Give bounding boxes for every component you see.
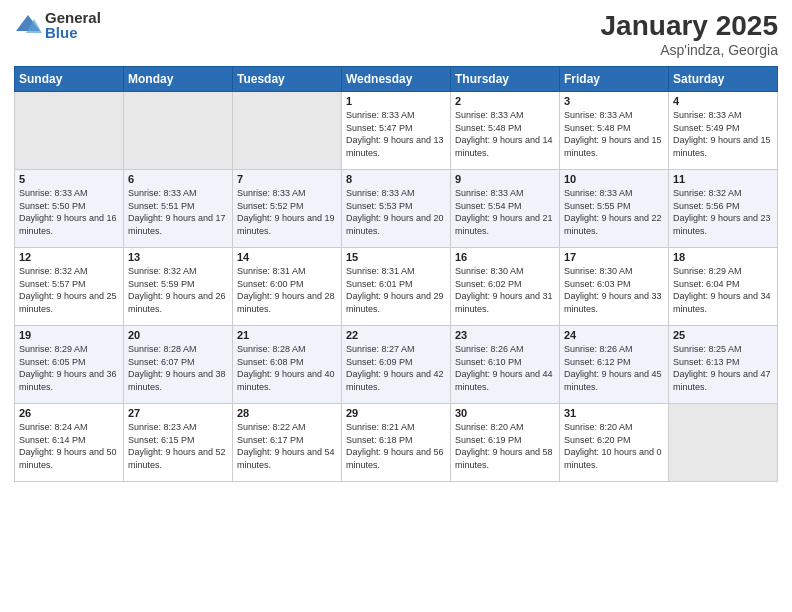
- col-monday: Monday: [124, 67, 233, 92]
- calendar-header-row: Sunday Monday Tuesday Wednesday Thursday…: [15, 67, 778, 92]
- day-info: Sunrise: 8:33 AM Sunset: 5:52 PM Dayligh…: [237, 187, 337, 237]
- day-info: Sunrise: 8:24 AM Sunset: 6:14 PM Dayligh…: [19, 421, 119, 471]
- day-info: Sunrise: 8:33 AM Sunset: 5:53 PM Dayligh…: [346, 187, 446, 237]
- day-number: 9: [455, 173, 555, 185]
- location-subtitle: Asp'indza, Georgia: [601, 42, 778, 58]
- day-number: 31: [564, 407, 664, 419]
- calendar-week-row: 26Sunrise: 8:24 AM Sunset: 6:14 PM Dayli…: [15, 404, 778, 482]
- logo-blue: Blue: [45, 25, 101, 40]
- day-number: 28: [237, 407, 337, 419]
- table-row: 7Sunrise: 8:33 AM Sunset: 5:52 PM Daylig…: [233, 170, 342, 248]
- day-number: 12: [19, 251, 119, 263]
- day-info: Sunrise: 8:20 AM Sunset: 6:20 PM Dayligh…: [564, 421, 664, 471]
- day-info: Sunrise: 8:29 AM Sunset: 6:05 PM Dayligh…: [19, 343, 119, 393]
- day-number: 8: [346, 173, 446, 185]
- calendar-week-row: 5Sunrise: 8:33 AM Sunset: 5:50 PM Daylig…: [15, 170, 778, 248]
- day-number: 10: [564, 173, 664, 185]
- day-info: Sunrise: 8:22 AM Sunset: 6:17 PM Dayligh…: [237, 421, 337, 471]
- day-number: 16: [455, 251, 555, 263]
- day-number: 27: [128, 407, 228, 419]
- day-info: Sunrise: 8:33 AM Sunset: 5:48 PM Dayligh…: [564, 109, 664, 159]
- table-row: 8Sunrise: 8:33 AM Sunset: 5:53 PM Daylig…: [342, 170, 451, 248]
- table-row: 21Sunrise: 8:28 AM Sunset: 6:08 PM Dayli…: [233, 326, 342, 404]
- table-row: 5Sunrise: 8:33 AM Sunset: 5:50 PM Daylig…: [15, 170, 124, 248]
- table-row: [669, 404, 778, 482]
- day-number: 5: [19, 173, 119, 185]
- calendar-week-row: 12Sunrise: 8:32 AM Sunset: 5:57 PM Dayli…: [15, 248, 778, 326]
- day-info: Sunrise: 8:33 AM Sunset: 5:47 PM Dayligh…: [346, 109, 446, 159]
- table-row: 15Sunrise: 8:31 AM Sunset: 6:01 PM Dayli…: [342, 248, 451, 326]
- col-tuesday: Tuesday: [233, 67, 342, 92]
- day-info: Sunrise: 8:31 AM Sunset: 6:00 PM Dayligh…: [237, 265, 337, 315]
- day-number: 30: [455, 407, 555, 419]
- table-row: 9Sunrise: 8:33 AM Sunset: 5:54 PM Daylig…: [451, 170, 560, 248]
- day-number: 22: [346, 329, 446, 341]
- day-info: Sunrise: 8:33 AM Sunset: 5:51 PM Dayligh…: [128, 187, 228, 237]
- day-info: Sunrise: 8:20 AM Sunset: 6:19 PM Dayligh…: [455, 421, 555, 471]
- day-number: 21: [237, 329, 337, 341]
- day-info: Sunrise: 8:26 AM Sunset: 6:12 PM Dayligh…: [564, 343, 664, 393]
- table-row: 19Sunrise: 8:29 AM Sunset: 6:05 PM Dayli…: [15, 326, 124, 404]
- day-number: 13: [128, 251, 228, 263]
- table-row: 11Sunrise: 8:32 AM Sunset: 5:56 PM Dayli…: [669, 170, 778, 248]
- day-number: 19: [19, 329, 119, 341]
- day-number: 2: [455, 95, 555, 107]
- day-info: Sunrise: 8:32 AM Sunset: 5:56 PM Dayligh…: [673, 187, 773, 237]
- header: General Blue January 2025 Asp'indza, Geo…: [14, 10, 778, 58]
- table-row: 28Sunrise: 8:22 AM Sunset: 6:17 PM Dayli…: [233, 404, 342, 482]
- page: General Blue January 2025 Asp'indza, Geo…: [0, 0, 792, 612]
- day-info: Sunrise: 8:28 AM Sunset: 6:08 PM Dayligh…: [237, 343, 337, 393]
- day-number: 4: [673, 95, 773, 107]
- day-number: 14: [237, 251, 337, 263]
- day-info: Sunrise: 8:33 AM Sunset: 5:48 PM Dayligh…: [455, 109, 555, 159]
- day-info: Sunrise: 8:32 AM Sunset: 5:59 PM Dayligh…: [128, 265, 228, 315]
- day-info: Sunrise: 8:33 AM Sunset: 5:49 PM Dayligh…: [673, 109, 773, 159]
- day-number: 23: [455, 329, 555, 341]
- day-number: 15: [346, 251, 446, 263]
- day-info: Sunrise: 8:28 AM Sunset: 6:07 PM Dayligh…: [128, 343, 228, 393]
- day-info: Sunrise: 8:25 AM Sunset: 6:13 PM Dayligh…: [673, 343, 773, 393]
- table-row: 18Sunrise: 8:29 AM Sunset: 6:04 PM Dayli…: [669, 248, 778, 326]
- day-number: 25: [673, 329, 773, 341]
- calendar-week-row: 19Sunrise: 8:29 AM Sunset: 6:05 PM Dayli…: [15, 326, 778, 404]
- day-info: Sunrise: 8:21 AM Sunset: 6:18 PM Dayligh…: [346, 421, 446, 471]
- col-friday: Friday: [560, 67, 669, 92]
- day-number: 18: [673, 251, 773, 263]
- logo: General Blue: [14, 10, 101, 40]
- table-row: 2Sunrise: 8:33 AM Sunset: 5:48 PM Daylig…: [451, 92, 560, 170]
- col-thursday: Thursday: [451, 67, 560, 92]
- table-row: 14Sunrise: 8:31 AM Sunset: 6:00 PM Dayli…: [233, 248, 342, 326]
- table-row: 24Sunrise: 8:26 AM Sunset: 6:12 PM Dayli…: [560, 326, 669, 404]
- day-number: 26: [19, 407, 119, 419]
- logo-text: General Blue: [45, 10, 101, 40]
- table-row: 13Sunrise: 8:32 AM Sunset: 5:59 PM Dayli…: [124, 248, 233, 326]
- table-row: 1Sunrise: 8:33 AM Sunset: 5:47 PM Daylig…: [342, 92, 451, 170]
- table-row: 30Sunrise: 8:20 AM Sunset: 6:19 PM Dayli…: [451, 404, 560, 482]
- table-row: 31Sunrise: 8:20 AM Sunset: 6:20 PM Dayli…: [560, 404, 669, 482]
- calendar-week-row: 1Sunrise: 8:33 AM Sunset: 5:47 PM Daylig…: [15, 92, 778, 170]
- day-info: Sunrise: 8:29 AM Sunset: 6:04 PM Dayligh…: [673, 265, 773, 315]
- calendar: Sunday Monday Tuesday Wednesday Thursday…: [14, 66, 778, 482]
- table-row: 20Sunrise: 8:28 AM Sunset: 6:07 PM Dayli…: [124, 326, 233, 404]
- day-info: Sunrise: 8:27 AM Sunset: 6:09 PM Dayligh…: [346, 343, 446, 393]
- table-row: 6Sunrise: 8:33 AM Sunset: 5:51 PM Daylig…: [124, 170, 233, 248]
- day-info: Sunrise: 8:23 AM Sunset: 6:15 PM Dayligh…: [128, 421, 228, 471]
- day-number: 29: [346, 407, 446, 419]
- day-info: Sunrise: 8:33 AM Sunset: 5:50 PM Dayligh…: [19, 187, 119, 237]
- day-number: 11: [673, 173, 773, 185]
- day-number: 24: [564, 329, 664, 341]
- day-info: Sunrise: 8:30 AM Sunset: 6:03 PM Dayligh…: [564, 265, 664, 315]
- day-number: 3: [564, 95, 664, 107]
- table-row: 16Sunrise: 8:30 AM Sunset: 6:02 PM Dayli…: [451, 248, 560, 326]
- day-number: 17: [564, 251, 664, 263]
- col-wednesday: Wednesday: [342, 67, 451, 92]
- title-block: January 2025 Asp'indza, Georgia: [601, 10, 778, 58]
- table-row: 23Sunrise: 8:26 AM Sunset: 6:10 PM Dayli…: [451, 326, 560, 404]
- day-number: 6: [128, 173, 228, 185]
- logo-general: General: [45, 10, 101, 25]
- table-row: 3Sunrise: 8:33 AM Sunset: 5:48 PM Daylig…: [560, 92, 669, 170]
- table-row: [15, 92, 124, 170]
- day-info: Sunrise: 8:33 AM Sunset: 5:54 PM Dayligh…: [455, 187, 555, 237]
- table-row: [124, 92, 233, 170]
- logo-icon: [14, 11, 42, 39]
